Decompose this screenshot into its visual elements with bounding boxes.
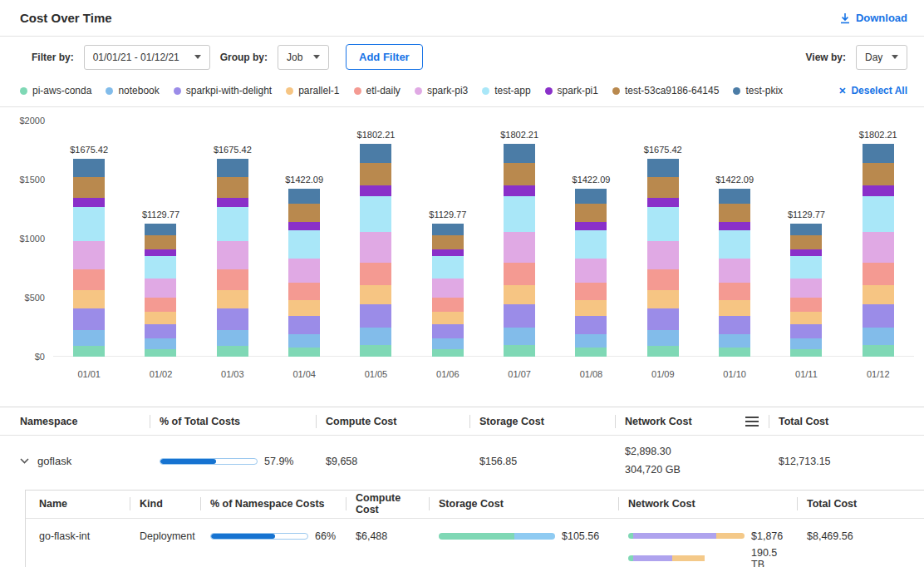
bar-segment-pi-aws-conda[interactable] xyxy=(790,349,822,357)
bar-segment-parallel-1[interactable] xyxy=(504,285,535,304)
group-by-select[interactable]: Job xyxy=(278,45,329,70)
bar-segment-test-pkix[interactable] xyxy=(790,224,822,235)
bar-segment-notebook[interactable] xyxy=(647,330,679,346)
bar-segment-test-pkix[interactable] xyxy=(719,189,750,204)
bar-segment-test-53ca9186-64145[interactable] xyxy=(360,163,391,185)
bar-segment-spark-pi3[interactable] xyxy=(73,241,105,269)
bar-segment-test-53ca9186-64145[interactable] xyxy=(863,163,894,185)
stacked-bar[interactable] xyxy=(217,159,248,357)
bar-segment-sparkpi-with-delight[interactable] xyxy=(863,304,894,328)
bar-segment-etl-daily[interactable] xyxy=(288,283,320,300)
bar-segment-etl-daily[interactable] xyxy=(790,298,822,312)
bar-segment-etl-daily[interactable] xyxy=(73,269,105,290)
bar-segment-test-app[interactable] xyxy=(217,207,248,240)
bar-segment-notebook[interactable] xyxy=(790,338,822,349)
bar-segment-notebook[interactable] xyxy=(575,334,607,348)
bar-segment-spark-pi1[interactable] xyxy=(145,249,176,256)
bar-segment-test-pkix[interactable] xyxy=(360,144,391,163)
bar-segment-test-app[interactable] xyxy=(432,256,464,279)
bar-column[interactable]: $1802.21 xyxy=(843,121,914,357)
legend-item[interactable]: test-app xyxy=(482,85,530,96)
bar-segment-parallel-1[interactable] xyxy=(790,312,822,323)
bar-segment-test-53ca9186-64145[interactable] xyxy=(432,235,464,249)
bar-segment-spark-pi3[interactable] xyxy=(575,259,607,283)
bar-segment-sparkpi-with-delight[interactable] xyxy=(504,304,535,328)
bar-segment-parallel-1[interactable] xyxy=(145,312,176,323)
bar-segment-notebook[interactable] xyxy=(217,330,248,346)
bar-segment-notebook[interactable] xyxy=(360,328,391,344)
stacked-bar[interactable] xyxy=(647,159,679,357)
bar-segment-test-53ca9186-64145[interactable] xyxy=(217,177,248,198)
bar-segment-test-pkix[interactable] xyxy=(217,159,248,176)
stacked-bar[interactable] xyxy=(73,159,105,357)
stacked-bar[interactable] xyxy=(575,189,607,357)
bar-segment-test-53ca9186-64145[interactable] xyxy=(73,177,105,198)
bar-column[interactable]: $1802.21 xyxy=(484,121,555,357)
bar-column[interactable]: $1422.09 xyxy=(555,121,627,357)
bar-segment-parallel-1[interactable] xyxy=(360,285,391,304)
bar-column[interactable]: $1802.21 xyxy=(340,121,411,357)
bar-segment-etl-daily[interactable] xyxy=(863,263,894,285)
bar-segment-sparkpi-with-delight[interactable] xyxy=(360,304,391,328)
bar-segment-test-app[interactable] xyxy=(719,230,750,259)
bar-segment-test-53ca9186-64145[interactable] xyxy=(790,235,822,249)
bar-segment-notebook[interactable] xyxy=(73,330,105,346)
bar-segment-test-app[interactable] xyxy=(288,230,320,259)
bar-segment-spark-pi1[interactable] xyxy=(504,185,535,196)
bar-segment-notebook[interactable] xyxy=(504,328,535,344)
bar-segment-test-app[interactable] xyxy=(647,207,679,240)
bar-segment-spark-pi1[interactable] xyxy=(360,185,391,196)
bar-segment-spark-pi1[interactable] xyxy=(288,222,320,230)
stacked-bar[interactable] xyxy=(432,224,464,357)
bar-segment-test-app[interactable] xyxy=(790,256,822,279)
stacked-bar[interactable] xyxy=(790,224,822,357)
legend-item[interactable]: test-pkix xyxy=(733,85,783,96)
bar-segment-parallel-1[interactable] xyxy=(288,300,320,315)
bar-segment-pi-aws-conda[interactable] xyxy=(719,348,750,357)
bar-column[interactable]: $1675.42 xyxy=(627,121,699,357)
download-button[interactable]: Download xyxy=(839,12,907,24)
bar-segment-pi-aws-conda[interactable] xyxy=(432,349,464,357)
stacked-bar[interactable] xyxy=(863,144,894,357)
bar-segment-sparkpi-with-delight[interactable] xyxy=(288,316,320,334)
bar-segment-parallel-1[interactable] xyxy=(575,300,607,315)
bar-segment-test-pkix[interactable] xyxy=(145,224,176,235)
bar-segment-sparkpi-with-delight[interactable] xyxy=(575,316,607,334)
bar-segment-spark-pi1[interactable] xyxy=(719,222,750,230)
legend-item[interactable]: notebook xyxy=(106,85,159,96)
bar-segment-test-app[interactable] xyxy=(360,196,391,233)
bar-segment-test-app[interactable] xyxy=(73,207,105,240)
bar-column[interactable]: $1129.77 xyxy=(412,121,484,357)
bar-segment-test-53ca9186-64145[interactable] xyxy=(647,177,679,198)
legend-item[interactable]: sparkpi-with-delight xyxy=(174,85,272,96)
bar-segment-notebook[interactable] xyxy=(288,334,320,348)
bar-segment-spark-pi1[interactable] xyxy=(217,198,248,208)
bar-segment-notebook[interactable] xyxy=(719,334,750,348)
bar-segment-pi-aws-conda[interactable] xyxy=(575,348,607,357)
legend-item[interactable]: spark-pi1 xyxy=(545,85,598,96)
bar-segment-test-app[interactable] xyxy=(504,196,535,233)
legend-item[interactable]: test-53ca9186-64145 xyxy=(612,85,719,96)
bar-segment-spark-pi1[interactable] xyxy=(575,222,607,230)
bar-segment-notebook[interactable] xyxy=(863,328,894,344)
bar-segment-test-53ca9186-64145[interactable] xyxy=(288,204,320,221)
bar-segment-test-pkix[interactable] xyxy=(647,159,679,176)
bar-segment-spark-pi3[interactable] xyxy=(288,259,320,283)
view-by-select[interactable]: Day xyxy=(856,45,907,70)
bar-column[interactable]: $1129.77 xyxy=(770,121,842,357)
bar-segment-test-pkix[interactable] xyxy=(504,144,535,163)
stacked-bar[interactable] xyxy=(288,189,320,357)
bar-segment-parallel-1[interactable] xyxy=(863,285,894,304)
bar-segment-pi-aws-conda[interactable] xyxy=(863,345,894,357)
bar-segment-test-app[interactable] xyxy=(575,230,607,259)
bar-segment-sparkpi-with-delight[interactable] xyxy=(790,324,822,339)
bar-segment-etl-daily[interactable] xyxy=(145,298,176,312)
bar-segment-spark-pi1[interactable] xyxy=(863,185,894,196)
bar-segment-test-pkix[interactable] xyxy=(432,224,464,235)
add-filter-button[interactable]: Add Filter xyxy=(346,44,423,70)
bar-segment-spark-pi3[interactable] xyxy=(719,259,750,283)
bar-segment-test-pkix[interactable] xyxy=(863,144,894,163)
bar-segment-parallel-1[interactable] xyxy=(432,312,464,323)
bar-segment-spark-pi1[interactable] xyxy=(432,249,464,256)
bar-segment-pi-aws-conda[interactable] xyxy=(145,349,176,357)
